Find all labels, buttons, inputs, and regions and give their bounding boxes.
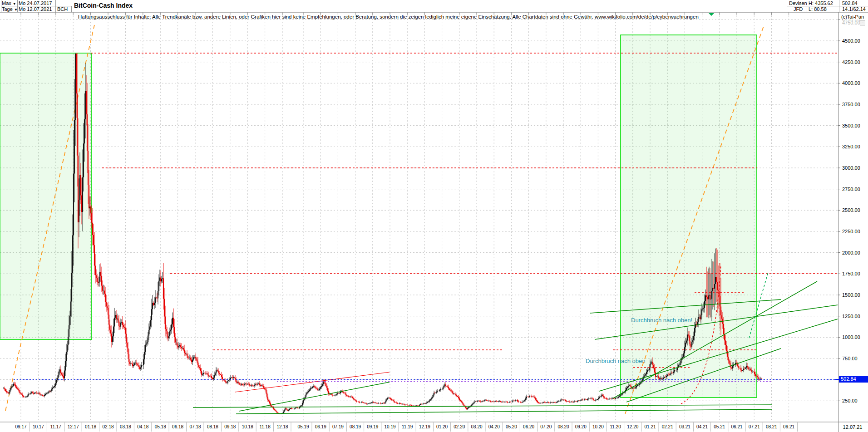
x-axis-label: 11.20 — [610, 425, 621, 429]
x-axis-label: 06.19 — [315, 425, 326, 429]
x-axis-label: 07.19 — [332, 425, 344, 429]
x-axis-label: 10.18 — [242, 425, 253, 429]
y-axis-label: 3250.00 — [842, 144, 860, 149]
x-axis-label: 01.20 — [436, 425, 448, 429]
x-axis-label: 03.20 — [471, 425, 482, 429]
x-axis-label: 09.21 — [783, 425, 794, 429]
x-axis-label: 08.19 — [350, 425, 361, 429]
x-axis-label: 03.21 — [679, 425, 690, 429]
x-axis-label: 09.19 — [367, 425, 378, 429]
y-axis-label: 2000.00 — [842, 250, 860, 255]
y-axis-label: 3750.00 — [842, 102, 860, 107]
x-axis-label: 04.21 — [696, 425, 708, 429]
x-axis-label: 12.18 — [276, 425, 288, 429]
breakout-annotation: Durchbruch nach oben! — [631, 317, 692, 324]
breakout-annotation: Durchbruch nach oben — [586, 358, 646, 364]
y-axis-label: 2500.00 — [842, 208, 860, 213]
taipan-chart-window: Max ▼ Mo 24.07.2017 Tage ▼ Mo 12.07.2021… — [0, 0, 868, 432]
x-axis-label: 01.18 — [85, 425, 96, 429]
x-axis-label: 09.18 — [224, 425, 236, 429]
x-axis-label: 10.20 — [592, 425, 604, 429]
x-axis-label: 12.17 — [68, 425, 79, 429]
y-axis-label-faded: 4750.00 — [842, 20, 860, 25]
x-axis-label: 06.21 — [731, 425, 742, 429]
x-axis-label: 05.20 — [506, 425, 517, 429]
x-axis-label: 07.21 — [749, 425, 760, 429]
y-axis-label: 1000.00 — [842, 335, 860, 340]
y-axis-label: 250.00 — [842, 398, 858, 403]
y-axis-label: 750.00 — [842, 356, 858, 361]
x-axis-last-date-label: 12.07.21 — [843, 425, 863, 429]
x-axis-label: 01.21 — [644, 425, 656, 429]
collapse-chart-button[interactable]: – — [860, 20, 865, 25]
x-axis-label: 07.18 — [189, 425, 201, 429]
x-axis-label: 12.20 — [627, 425, 638, 429]
current-price-tag: 502.84 — [839, 376, 868, 383]
x-axis-label: 12.19 — [419, 425, 430, 429]
y-axis-label: 3000.00 — [842, 166, 860, 171]
y-axis-label: 1250.00 — [842, 314, 860, 319]
y-axis-label: 1500.00 — [842, 293, 860, 298]
y-axis-label: 3500.00 — [842, 123, 860, 128]
copyright-label: (c)Tai-Pan — [840, 14, 865, 20]
chart-plot-area[interactable] — [0, 0, 868, 432]
x-axis-label: 10.17 — [33, 425, 44, 429]
x-axis-label: 05.21 — [714, 425, 725, 429]
x-axis-label: 08.18 — [207, 425, 218, 429]
x-axis-label: 04.20 — [488, 425, 500, 429]
x-axis-label: 07.20 — [540, 425, 552, 429]
x-axis-label: 05.18 — [155, 425, 166, 429]
x-axis-label: 11.18 — [259, 425, 270, 429]
x-axis-label: 08.20 — [557, 425, 569, 429]
x-axis-label: 11.17 — [50, 425, 61, 429]
x-axis-label: 11.19 — [402, 425, 413, 429]
x-axis-label: 02.20 — [454, 425, 465, 429]
y-axis-label: 4000.00 — [842, 81, 860, 86]
x-axis-label: 02.18 — [102, 425, 113, 429]
y-axis-label: 2250.00 — [842, 229, 860, 234]
y-axis-label: 4250.00 — [842, 60, 860, 65]
x-axis-label: 03.18 — [120, 425, 131, 429]
y-axis-label: 4500.00 — [842, 39, 860, 44]
x-axis-label: 05.19 — [297, 425, 309, 429]
x-axis-label: 06.20 — [523, 425, 534, 429]
x-axis-label: 09.17 — [15, 425, 26, 429]
y-axis-label: 2750.00 — [842, 187, 860, 192]
x-axis-label: 08.21 — [766, 425, 777, 429]
x-axis-label: 10.19 — [384, 425, 395, 429]
x-axis-label: 09.20 — [575, 425, 587, 429]
y-axis-label: 1750.00 — [842, 271, 860, 276]
x-axis-label: 06.18 — [172, 425, 183, 429]
x-axis-label: 02.21 — [662, 425, 673, 429]
x-axis-label: 04.18 — [137, 425, 148, 429]
